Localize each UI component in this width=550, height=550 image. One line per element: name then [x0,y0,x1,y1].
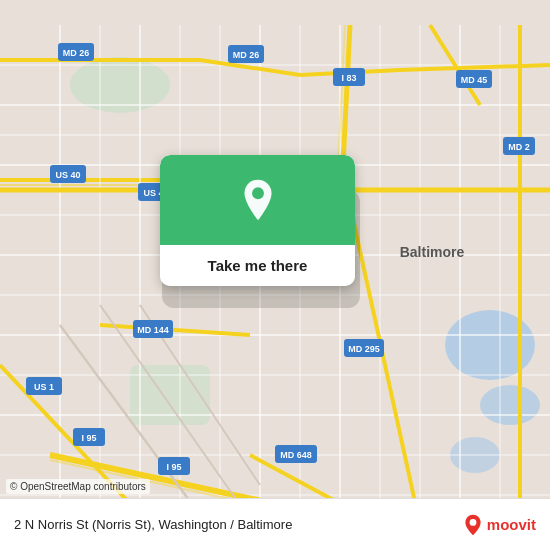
svg-text:US 1: US 1 [34,382,54,392]
svg-text:MD 45: MD 45 [461,75,488,85]
card-green-header [160,155,355,245]
moovit-brand-name: moovit [487,516,536,533]
location-pin-icon [236,178,280,222]
map-attribution: © OpenStreetMap contributors [6,479,150,494]
svg-text:MD 26: MD 26 [63,48,90,58]
svg-point-82 [252,187,264,199]
svg-text:I 95: I 95 [81,433,96,443]
svg-text:MD 26: MD 26 [233,50,260,60]
moovit-logo: moovit [462,514,536,536]
svg-text:I 83: I 83 [341,73,356,83]
svg-point-3 [480,385,540,425]
address-label: 2 N Norris St (Norris St), Washington / … [14,517,452,532]
svg-text:US 40: US 40 [55,170,80,180]
svg-text:MD 295: MD 295 [348,344,380,354]
bottom-bar: 2 N Norris St (Norris St), Washington / … [0,498,550,550]
svg-text:I 95: I 95 [166,462,181,472]
map-container: MD 26 MD 26 I 83 MD 45 MD 2 US 40 US 40 … [0,0,550,550]
take-me-there-button[interactable]: Take me there [160,245,355,286]
svg-point-83 [469,519,476,526]
svg-text:MD 2: MD 2 [508,142,530,152]
moovit-logo-icon [462,514,484,536]
svg-text:MD 648: MD 648 [280,450,312,460]
svg-text:Baltimore: Baltimore [400,244,465,260]
take-me-there-card: Take me there [160,155,355,286]
svg-text:MD 144: MD 144 [137,325,169,335]
